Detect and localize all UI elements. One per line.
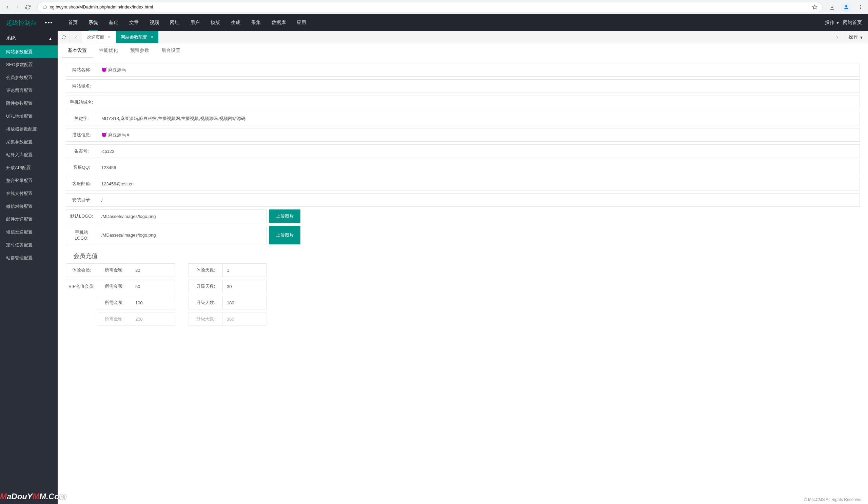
sidebar-group-system[interactable]: 系统 ▴: [0, 31, 58, 45]
sidebar-item-attachment[interactable]: 附件参数配置: [0, 97, 58, 110]
label-mobile-logo: 手机站LOGO:: [66, 226, 97, 244]
subtab-backend[interactable]: 后台设置: [155, 43, 186, 58]
input-email[interactable]: [97, 177, 860, 190]
input-vip3-amount[interactable]: [131, 312, 175, 326]
menu-toggle-icon[interactable]: •••: [45, 19, 53, 27]
download-icon[interactable]: [829, 4, 836, 11]
label-amount: 所需金额:: [97, 280, 131, 293]
sidebar-item-wechat[interactable]: 微信对接配置: [0, 200, 58, 213]
input-vip1-amount[interactable]: [131, 280, 175, 293]
sidebar-item-site-config[interactable]: 网站参数配置: [0, 45, 58, 58]
label-icp: 备案号:: [66, 144, 97, 158]
svg-rect-0: [43, 6, 46, 8]
input-trial-amount[interactable]: [131, 263, 175, 277]
label-site-domain: 网站域名:: [66, 79, 97, 93]
topnav-article[interactable]: 文章: [124, 14, 144, 31]
site-info-icon[interactable]: [42, 5, 47, 10]
upload-mobile-logo-button[interactable]: 上传图片: [269, 226, 300, 244]
input-vip2-days[interactable]: [223, 296, 267, 309]
subtab-reserved[interactable]: 预留参数: [124, 43, 155, 58]
sidebar-item-payment[interactable]: 在线支付配置: [0, 187, 58, 200]
address-bar[interactable]: xg.hwym.shop/MDadmin.php/admin/index/ind…: [37, 2, 823, 12]
tab-refresh-icon[interactable]: [58, 31, 70, 43]
sidebar-item-seo[interactable]: SEO参数配置: [0, 58, 58, 71]
sidebar-item-member[interactable]: 会员参数配置: [0, 71, 58, 84]
star-icon[interactable]: [812, 4, 817, 10]
topnav-generate[interactable]: 生成: [226, 14, 246, 31]
reload-button[interactable]: [24, 4, 31, 11]
input-icp[interactable]: [97, 144, 860, 158]
svg-point-3: [860, 5, 861, 6]
caret-up-icon: ▴: [49, 35, 52, 41]
sidebar-item-cron[interactable]: 定时任务配置: [0, 239, 58, 252]
tab-welcome[interactable]: 欢迎页面✕: [82, 31, 116, 43]
sidebar-item-player[interactable]: 播放器参数配置: [0, 123, 58, 136]
topnav-basic[interactable]: 基础: [103, 14, 124, 31]
topnav-collect[interactable]: 采集: [246, 14, 266, 31]
label-upgrade-days: 升级天数:: [188, 296, 223, 309]
input-logo[interactable]: [97, 209, 267, 223]
svg-point-4: [860, 7, 861, 8]
topnav-template[interactable]: 模版: [205, 14, 226, 31]
sidebar-item-sitegroup[interactable]: 站群管理配置: [0, 252, 58, 264]
tab-site-config[interactable]: 网站参数配置✕: [116, 31, 159, 43]
label-install-dir: 安装目录:: [66, 193, 97, 207]
label-vip-member: VIP充值会员:: [66, 280, 97, 293]
sidebar-item-email[interactable]: 邮件发送配置: [0, 213, 58, 226]
svg-point-2: [845, 5, 847, 7]
topnav-action-dropdown[interactable]: 操作▾: [825, 20, 839, 26]
upload-logo-button[interactable]: 上传图片: [269, 209, 300, 223]
input-vip2-amount[interactable]: [131, 296, 175, 309]
subtab-basic[interactable]: 基本设置: [62, 43, 93, 58]
sidebar-item-url[interactable]: URL地址配置: [0, 110, 58, 123]
sidebar-item-external[interactable]: 站外入库配置: [0, 148, 58, 161]
sidebar-item-comment[interactable]: 评论留言配置: [0, 84, 58, 97]
brand-logo: 超级控制台: [6, 19, 37, 27]
input-install-dir[interactable]: [97, 193, 860, 207]
top-navbar: 超级控制台 ••• 首页 系统 基础 文章 视频 网址 用户 模版 生成 采集 …: [0, 14, 868, 31]
topnav-video[interactable]: 视频: [144, 14, 164, 31]
back-button[interactable]: [4, 4, 11, 11]
input-keywords[interactable]: [97, 112, 860, 125]
svg-point-5: [860, 8, 861, 9]
label-trial-member: 体验会员:: [66, 263, 97, 277]
sidebar-item-collect[interactable]: 采集参数配置: [0, 136, 58, 148]
input-vip1-days[interactable]: [223, 280, 267, 293]
topnav-home[interactable]: 首页: [63, 14, 83, 31]
subtab-performance[interactable]: 性能优化: [93, 43, 124, 58]
label-keywords: 关键字:: [66, 112, 97, 125]
topnav-site-home[interactable]: 网站首页: [843, 20, 862, 26]
basic-settings-form: 网站名称: 网站域名: 手机站域名: 关键字: 描述信息:: [58, 58, 868, 333]
input-vip3-days[interactable]: [223, 312, 267, 326]
topnav-url[interactable]: 网址: [164, 14, 185, 31]
tab-prev-icon[interactable]: [70, 31, 82, 43]
tab-operations-dropdown[interactable]: 操作▾: [843, 31, 868, 43]
input-mobile-domain[interactable]: [97, 96, 860, 109]
input-mobile-logo[interactable]: [97, 226, 267, 244]
input-trial-days[interactable]: [223, 263, 267, 277]
topnav-database[interactable]: 数据库: [266, 14, 291, 31]
tab-next-icon[interactable]: [831, 31, 843, 43]
close-icon[interactable]: ✕: [108, 35, 111, 39]
label-site-name: 网站名称:: [66, 63, 97, 77]
topnav-app[interactable]: 应用: [291, 14, 312, 31]
main-area: 欢迎页面✕ 网站参数配置✕ 操作▾ 基本设置 性能优化 预留参数 后台设置 网站…: [58, 31, 868, 504]
input-description[interactable]: [97, 128, 860, 142]
input-qq[interactable]: [97, 161, 860, 174]
input-site-name[interactable]: [97, 63, 860, 77]
label-qq: 客服QQ:: [66, 161, 97, 174]
watermark: MaDouYMM.Com: [0, 492, 66, 501]
profile-icon[interactable]: [841, 2, 851, 12]
menu-icon[interactable]: [857, 4, 864, 11]
topnav-system[interactable]: 系统: [83, 14, 103, 31]
form-subtabs: 基本设置 性能优化 预留参数 后台设置: [58, 43, 868, 58]
section-recharge-title: 会员充值: [66, 247, 860, 263]
topnav-user[interactable]: 用户: [185, 14, 205, 31]
sidebar-item-api[interactable]: 开放API配置: [0, 161, 58, 174]
forward-button[interactable]: [14, 4, 21, 11]
input-site-domain[interactable]: [97, 79, 860, 93]
close-icon[interactable]: ✕: [151, 35, 154, 39]
sidebar-item-login[interactable]: 整合登录配置: [0, 174, 58, 187]
sidebar-item-sms[interactable]: 短信发送配置: [0, 226, 58, 239]
label-upgrade-days: 升级天数:: [188, 312, 223, 326]
